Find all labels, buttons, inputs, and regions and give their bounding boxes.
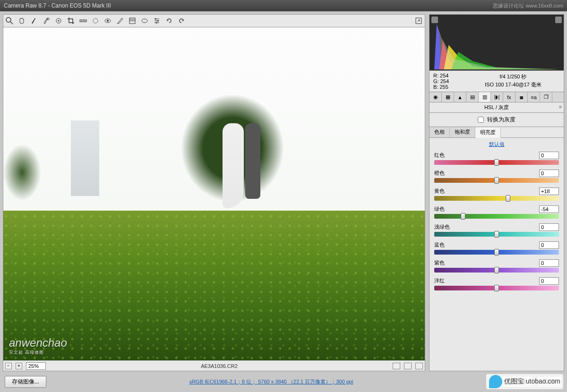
slider-row-5: 蓝色: [434, 241, 559, 255]
slider-track[interactable]: [434, 268, 559, 273]
slider-value-input[interactable]: [539, 152, 559, 159]
preferences-icon[interactable]: [153, 17, 161, 25]
svg-point-20: [157, 20, 159, 22]
slider-track[interactable]: [434, 178, 559, 183]
slider-thumb[interactable]: [494, 285, 499, 291]
subtab-色相[interactable]: 色相: [430, 127, 450, 137]
subtab-饱和度[interactable]: 饱和度: [450, 127, 475, 137]
panel-title: HSL / 灰度 ≡: [429, 102, 564, 113]
straighten-tool-icon[interactable]: [79, 17, 87, 25]
slider-track[interactable]: [434, 196, 559, 201]
color-sampler-icon[interactable]: [42, 17, 51, 25]
slider-track[interactable]: [434, 286, 559, 290]
radial-filter-icon[interactable]: [140, 17, 149, 25]
svg-point-19: [155, 18, 156, 20]
panel-tab-6[interactable]: fx: [503, 92, 515, 102]
convert-grayscale-checkbox[interactable]: [478, 117, 484, 123]
slider-value-input[interactable]: [539, 170, 559, 177]
slider-thumb[interactable]: [506, 195, 510, 202]
site-watermark: 优图宝 utobao.com: [486, 374, 563, 389]
slider-value-input[interactable]: [539, 277, 559, 285]
slider-thumb[interactable]: [494, 267, 499, 273]
slider-thumb[interactable]: [494, 177, 499, 184]
slider-row-3: 绿色: [434, 205, 559, 219]
slider-value-input[interactable]: [539, 187, 559, 195]
title-watermark: 思缘设计论坛 www.16xx8.com: [493, 2, 563, 9]
rgb-g: G: 254: [433, 78, 466, 84]
panel-tab-5[interactable]: |◗|: [491, 92, 503, 102]
slider-label: 橙色: [434, 170, 445, 177]
svg-point-9: [93, 18, 98, 23]
highlight-clip-icon[interactable]: [555, 17, 562, 23]
slider-track[interactable]: [434, 232, 559, 237]
slider-thumb[interactable]: [494, 249, 499, 256]
exif-lens: ISO 100 17-40@17 毫米: [466, 81, 560, 89]
panel-tab-strip: ◉▦▲▤▥|◗|fx◙≡а❐: [429, 92, 564, 102]
app-title: Camera Raw 8.7 - Canon EOS 5D Mark III: [4, 2, 111, 9]
default-link[interactable]: 默认值: [434, 141, 559, 148]
slider-thumb[interactable]: [494, 159, 499, 166]
image-watermark: anwenchao 安文超 高端修图: [9, 336, 67, 356]
rgb-r: R: 254: [433, 73, 466, 78]
hsl-subtabs: 色相饱和度明亮度: [429, 127, 564, 138]
hand-tool-icon[interactable]: [17, 17, 26, 25]
workflow-options-link[interactable]: sRGB IEC61966-2.1；8 位； 5760 x 3840 （22.1…: [50, 378, 492, 385]
graduated-filter-icon[interactable]: [128, 17, 137, 25]
slider-row-6: 紫色: [434, 259, 559, 273]
image-preview[interactable]: anwenchao 安文超 高端修图: [3, 27, 425, 360]
panel-tab-1[interactable]: ▦: [442, 92, 454, 102]
svg-point-4: [58, 20, 60, 22]
panel-menu-icon[interactable]: ≡: [559, 104, 562, 110]
histogram[interactable]: [429, 14, 564, 71]
slider-panel: 默认值 红色橙色黄色绿色浅绿色蓝色紫色洋红: [429, 138, 564, 371]
toggle-fullscreen-icon[interactable]: [414, 17, 423, 25]
redeye-tool-icon[interactable]: [103, 17, 112, 25]
panel-tab-3[interactable]: ▤: [466, 92, 479, 102]
slider-row-0: 红色: [434, 152, 559, 165]
crop-tool-icon[interactable]: [67, 17, 75, 25]
svg-point-0: [6, 17, 11, 22]
panel-tab-4[interactable]: ▥: [479, 92, 491, 102]
slider-row-1: 橙色: [434, 170, 559, 183]
slider-value-input[interactable]: [539, 259, 559, 267]
slider-value-input[interactable]: [539, 205, 559, 213]
mark-select-icon[interactable]: [393, 363, 400, 369]
svg-line-1: [10, 22, 13, 24]
svg-point-21: [156, 22, 157, 24]
mark-reject-icon[interactable]: [404, 363, 412, 369]
slider-row-7: 洋红: [434, 277, 559, 290]
rgb-b: B: 255: [433, 84, 466, 90]
slider-thumb[interactable]: [461, 213, 465, 220]
panel-tab-0[interactable]: ◉: [430, 92, 442, 102]
panel-tab-8[interactable]: ≡а: [528, 92, 540, 102]
slider-track[interactable]: [434, 160, 559, 165]
slider-thumb[interactable]: [494, 231, 499, 238]
slider-label: 蓝色: [434, 241, 445, 249]
zoom-select[interactable]: 25%: [26, 362, 46, 370]
slider-label: 紫色: [434, 259, 445, 267]
slider-label: 洋红: [434, 277, 445, 285]
shadow-clip-icon[interactable]: [431, 17, 438, 23]
adjustment-brush-icon[interactable]: [116, 17, 124, 25]
slider-track[interactable]: [434, 250, 559, 255]
slider-label: 红色: [434, 152, 445, 159]
spot-removal-icon[interactable]: [91, 17, 100, 25]
subtab-明亮度[interactable]: 明亮度: [475, 128, 501, 138]
panel-tab-7[interactable]: ◙: [515, 92, 528, 102]
save-image-button[interactable]: 存储图像...: [5, 376, 46, 388]
slider-track[interactable]: [434, 214, 559, 219]
slider-value-input[interactable]: [539, 241, 559, 249]
slider-value-input[interactable]: [539, 223, 559, 231]
zoom-in-button[interactable]: +: [16, 363, 22, 369]
white-balance-tool-icon[interactable]: [30, 17, 38, 25]
zoom-tool-icon[interactable]: [5, 17, 14, 25]
info-readout: R: 254 G: 254 B: 255 f/4 1/250 秒 ISO 100…: [429, 71, 564, 92]
targeted-adjust-icon[interactable]: [54, 17, 63, 25]
zoom-out-button[interactable]: −: [5, 363, 12, 369]
filmstrip-icon[interactable]: [415, 363, 423, 369]
panel-tab-2[interactable]: ▲: [454, 92, 466, 102]
panel-tab-9[interactable]: ❐: [540, 92, 552, 102]
convert-grayscale-row: 转换为灰度: [429, 113, 564, 127]
rotate-ccw-icon[interactable]: [165, 17, 173, 25]
rotate-cw-icon[interactable]: [177, 17, 186, 25]
